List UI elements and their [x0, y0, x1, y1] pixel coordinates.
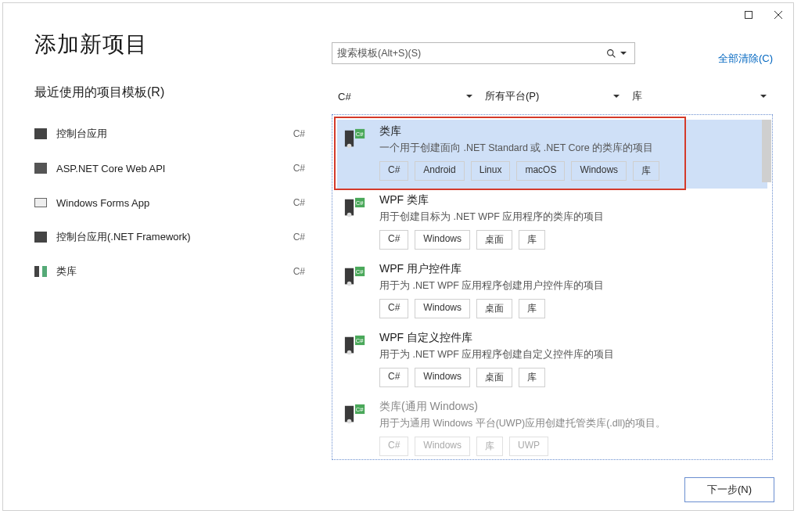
template-tag: macOS: [516, 161, 565, 181]
template-name: WPF 用户控件库: [379, 262, 761, 276]
template-tag: UWP: [509, 437, 548, 456]
template-tag: C#: [379, 230, 408, 250]
svg-text:C#: C#: [356, 200, 364, 207]
template-desc: 用于为 .NET WPF 应用程序创建自定义控件库的项目: [379, 348, 761, 361]
svg-rect-0: [745, 12, 753, 19]
filter-platform[interactable]: 所有平台(P): [479, 85, 626, 107]
template-item[interactable]: C#类库(通用 Windows)用于为通用 Windows 平台(UWP)应用创…: [337, 395, 767, 460]
template-tag: 库: [476, 437, 503, 456]
recent-template-label: 类库: [56, 264, 77, 279]
console-icon: [34, 128, 47, 139]
template-desc: 一个用于创建面向 .NET Standard 或 .NET Core 的类库的项…: [379, 142, 761, 155]
svg-point-12: [347, 213, 352, 217]
recent-template-lang: C#: [293, 232, 305, 243]
search-button[interactable]: [603, 49, 630, 59]
template-tag: Windows: [571, 161, 627, 181]
search-icon: [606, 49, 616, 59]
svg-text:C#: C#: [356, 337, 364, 344]
classlib-icon: C#: [343, 265, 367, 289]
clear-all-link[interactable]: 全部清除(C): [718, 52, 773, 66]
template-name: WPF 自定义控件库: [379, 331, 761, 345]
template-tag: 桌面: [476, 368, 512, 387]
scrollbar-thumb[interactable]: [762, 120, 771, 182]
template-desc: 用于为 .NET WPF 应用程序创建用户控件库的项目: [379, 279, 761, 293]
template-item[interactable]: C#WPF 自定义控件库用于为 .NET WPF 应用程序创建自定义控件库的项目…: [337, 326, 767, 395]
recent-template-label: 控制台应用: [56, 127, 107, 141]
filter-row: C# 所有平台(P) 库: [332, 85, 773, 107]
filter-language[interactable]: C#: [332, 85, 479, 107]
recent-template-lang: C#: [293, 266, 305, 277]
template-name: 类库: [379, 124, 761, 138]
classlib-icon: C#: [343, 334, 367, 358]
maximize-icon: [745, 11, 753, 19]
template-list: C#类库一个用于创建面向 .NET Standard 或 .NET Core 的…: [332, 114, 773, 460]
svg-point-24: [347, 419, 352, 424]
chevron-down-icon: [760, 95, 767, 98]
template-tag: 桌面: [476, 230, 512, 250]
recent-template-lang: C#: [293, 197, 305, 208]
svg-text:C#: C#: [356, 406, 364, 413]
template-tag: C#: [379, 437, 408, 456]
template-tag: Windows: [415, 230, 470, 250]
chevron-down-icon: [613, 95, 620, 98]
svg-point-20: [347, 350, 352, 355]
template-tag: Windows: [415, 437, 470, 456]
dialog-footer: 下一步(N): [3, 469, 793, 510]
search-placeholder: 搜索模板(Alt+S)(S): [337, 47, 421, 60]
template-item[interactable]: C#类库一个用于创建面向 .NET Standard 或 .NET Core 的…: [337, 120, 767, 189]
right-pane: 搜索模板(Alt+S)(S) 全部清除(C) C# 所有平台(P) 库: [332, 42, 778, 460]
chevron-down-icon: [620, 52, 627, 55]
template-tags: C#Windows桌面库: [379, 230, 761, 250]
close-button[interactable]: [763, 3, 793, 27]
template-tags: C#Windows库UWP: [379, 437, 761, 456]
svg-point-8: [347, 144, 352, 149]
svg-point-3: [608, 49, 613, 55]
filter-project-type[interactable]: 库: [626, 85, 773, 107]
template-tag: Windows: [415, 299, 470, 318]
maximize-button[interactable]: [734, 3, 763, 27]
titlebar: [734, 3, 793, 27]
template-tag: Android: [415, 161, 464, 181]
template-tag: C#: [379, 161, 408, 181]
left-pane: 添加新项目 最近使用的项目模板(R) 控制台应用C#ASP.NET Core W…: [3, 3, 339, 510]
template-tag: C#: [379, 368, 408, 387]
template-tags: C#AndroidLinuxmacOSWindows库: [379, 161, 761, 181]
template-name: 类库(通用 Windows): [379, 400, 761, 414]
template-desc: 用于创建目标为 .NET WPF 应用程序的类库的项目: [379, 210, 761, 224]
recent-template-lang: C#: [293, 128, 305, 139]
classlib-icon: C#: [343, 403, 367, 426]
recent-list: 控制台应用C#ASP.NET Core Web APIC#Windows For…: [34, 118, 316, 287]
template-item[interactable]: C#WPF 类库用于创建目标为 .NET WPF 应用程序的类库的项目C#Win…: [337, 189, 767, 257]
recent-template-lang: C#: [293, 163, 305, 174]
recent-template[interactable]: ASP.NET Core Web APIC#: [34, 153, 316, 184]
chevron-down-icon: [466, 95, 472, 98]
template-tag: 库: [519, 299, 545, 318]
webapi-icon: [34, 163, 47, 174]
template-tag: 库: [519, 368, 545, 387]
close-icon: [774, 11, 782, 19]
recent-template-label: 控制台应用(.NET Framework): [56, 230, 191, 244]
next-button[interactable]: 下一步(N): [684, 477, 774, 502]
recent-template[interactable]: 控制台应用C#: [34, 118, 316, 149]
dialog-title: 添加新项目: [34, 30, 316, 59]
template-tag: 桌面: [476, 299, 512, 318]
winforms-icon: [34, 198, 47, 207]
template-item[interactable]: C#WPF 用户控件库用于为 .NET WPF 应用程序创建用户控件库的项目C#…: [337, 257, 767, 326]
recent-template[interactable]: Windows Forms AppC#: [34, 187, 316, 218]
classlib-icon: C#: [343, 196, 367, 220]
svg-text:C#: C#: [356, 131, 364, 138]
svg-point-16: [347, 282, 352, 286]
template-tags: C#Windows桌面库: [379, 299, 761, 318]
recent-template[interactable]: 控制台应用(.NET Framework)C#: [34, 221, 316, 253]
search-input[interactable]: 搜索模板(Alt+S)(S): [332, 42, 635, 64]
template-tag: Windows: [415, 368, 470, 387]
template-desc: 用于为通用 Windows 平台(UWP)应用创建托管类库(.dll)的项目。: [379, 417, 761, 430]
classlib-icon: [34, 266, 47, 277]
classlib-icon: C#: [343, 128, 367, 151]
recent-template-label: ASP.NET Core Web API: [56, 163, 165, 174]
recent-template[interactable]: 类库C#: [34, 256, 316, 287]
svg-line-4: [612, 55, 615, 57]
add-new-project-dialog: 添加新项目 最近使用的项目模板(R) 控制台应用C#ASP.NET Core W…: [2, 2, 794, 511]
console-icon: [34, 232, 47, 243]
template-name: WPF 类库: [379, 193, 761, 207]
